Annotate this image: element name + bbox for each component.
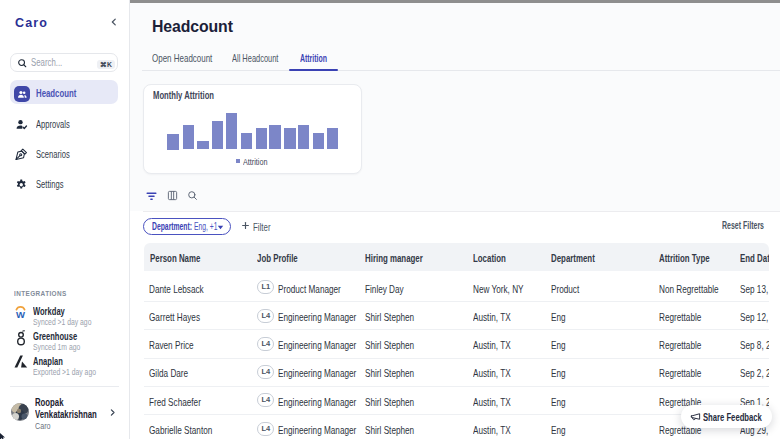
svg-text:W: W (16, 309, 25, 319)
